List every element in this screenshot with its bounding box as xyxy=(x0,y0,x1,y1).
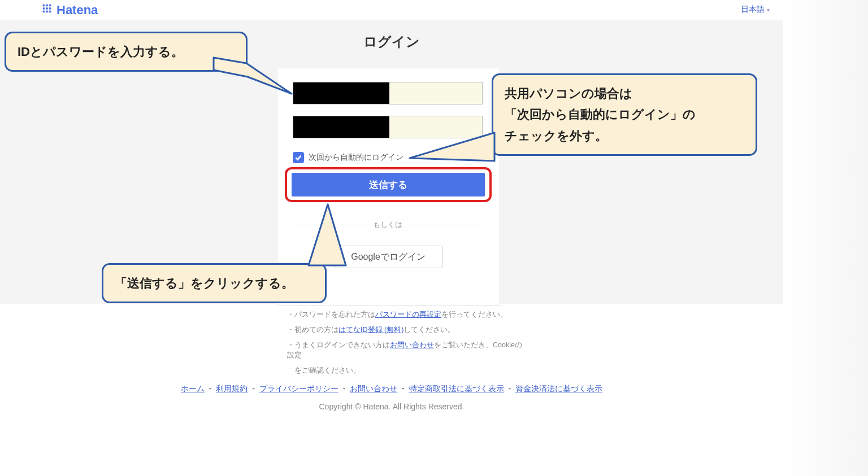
hatena-logo-icon xyxy=(41,2,53,18)
footer-home-link[interactable]: ホーム xyxy=(181,384,205,393)
page-shadow xyxy=(783,0,868,476)
separator: - xyxy=(341,384,348,393)
divider-line xyxy=(293,225,366,225)
submit-highlight-box: 送信する xyxy=(285,167,492,202)
separator: - xyxy=(207,384,214,393)
svg-point-5 xyxy=(49,7,51,10)
auto-login-label: 次回から自動的にログイン xyxy=(309,152,403,163)
separator: - xyxy=(250,384,257,393)
help-text-block: ・パスワードを忘れた方はパスワードの再設定を行ってください。 ・初めての方ははて… xyxy=(287,309,524,381)
help-text: ・パスワードを忘れた方は xyxy=(287,311,375,318)
brand-logo[interactable]: Hatena xyxy=(41,2,98,18)
footer-contact-link[interactable]: お問い合わせ xyxy=(350,384,397,393)
callout-text: 「次回から自動的にログイン」の xyxy=(505,104,744,125)
copyright-text: Copyright © Hatena. All Rights Reserved. xyxy=(0,402,783,411)
svg-point-7 xyxy=(46,10,48,12)
language-selector[interactable]: 日本語 ▾ xyxy=(741,5,770,15)
footer-links: ホーム - 利用規約 - プライバシーポリシー - お問い合わせ - 特定商取引… xyxy=(0,384,783,394)
auto-login-checkbox[interactable] xyxy=(293,152,304,163)
chevron-down-icon: ▾ xyxy=(767,7,770,13)
auto-login-row: 次回から自動的にログイン xyxy=(293,152,403,163)
brand-text: Hatena xyxy=(57,3,98,18)
check-icon xyxy=(294,154,302,161)
submit-button[interactable]: 送信する xyxy=(292,173,485,196)
id-input[interactable] xyxy=(293,82,483,104)
footer-commerce-link[interactable]: 特定商取引法に基づく表示 xyxy=(409,384,504,393)
svg-point-4 xyxy=(46,7,48,10)
password-input[interactable] xyxy=(293,116,483,138)
svg-point-3 xyxy=(42,7,45,10)
svg-point-6 xyxy=(42,10,45,12)
help-line: ・うまくログインできない方はお問い合わせをご覧いただき、Cookieの設定 xyxy=(287,340,524,361)
help-text: をご確認ください。 xyxy=(287,366,361,374)
language-label: 日本語 xyxy=(741,5,765,15)
help-line: ・初めての方ははてなID登録 (無料)してください。 xyxy=(287,325,524,335)
password-reset-link[interactable]: パスワードの再設定 xyxy=(375,311,441,318)
or-divider: もしくは xyxy=(293,220,483,230)
help-text: してください。 xyxy=(403,326,455,334)
svg-point-1 xyxy=(46,4,48,6)
divider-line xyxy=(409,225,483,225)
help-line: をご確認ください。 xyxy=(287,365,524,376)
callout-submit: 「送信する」をクリックする。 xyxy=(102,263,327,303)
help-text: ・初めての方は xyxy=(287,326,338,334)
callout-text: チェックを外す。 xyxy=(505,125,744,146)
redacted-value xyxy=(293,82,389,104)
footer-funds-link[interactable]: 資金決済法に基づく表示 xyxy=(515,384,602,393)
callout-auto-login: 共用パソコンの場合は 「次回から自動的にログイン」の チェックを外す。 xyxy=(492,73,757,156)
contact-link[interactable]: お問い合わせ xyxy=(390,341,434,349)
svg-point-8 xyxy=(49,10,51,12)
svg-point-0 xyxy=(42,4,45,6)
callout-text: IDとパスワードを入力する。 xyxy=(18,45,184,59)
callout-text: 「送信する」をクリックする。 xyxy=(115,276,294,290)
or-label: もしくは xyxy=(373,220,402,230)
separator: - xyxy=(506,384,513,393)
top-header: Hatena 日本語 ▾ xyxy=(0,0,783,21)
footer-terms-link[interactable]: 利用規約 xyxy=(216,384,248,393)
register-link[interactable]: はてなID登録 (無料) xyxy=(338,326,403,334)
svg-point-2 xyxy=(49,4,51,6)
separator: - xyxy=(400,384,406,393)
help-text: を行ってください。 xyxy=(441,311,507,318)
callout-text: 共用パソコンの場合は xyxy=(505,83,744,104)
google-login-button[interactable]: Googleでログイン xyxy=(334,246,442,268)
callout-id-password: IDとパスワードを入力する。 xyxy=(5,32,248,72)
footer-privacy-link[interactable]: プライバシーポリシー xyxy=(259,384,338,393)
help-text: ・うまくログインできない方は xyxy=(287,341,390,349)
help-line: ・パスワードを忘れた方はパスワードの再設定を行ってください。 xyxy=(287,309,524,320)
redacted-value xyxy=(293,116,389,138)
